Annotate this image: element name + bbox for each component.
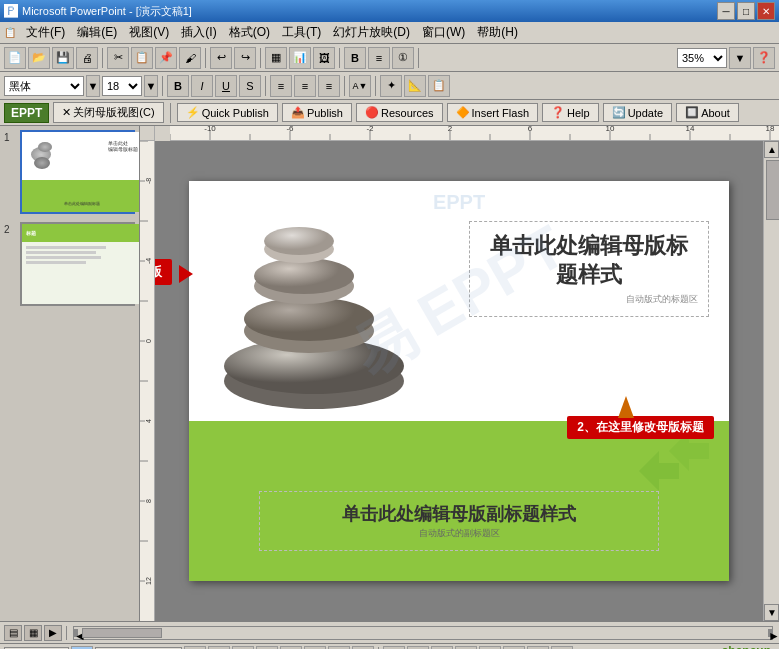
font-size-select[interactable]: 18 12 24 36: [102, 76, 142, 96]
publish-icon: 📤: [291, 106, 305, 119]
insertflash-button[interactable]: 🔶 Insert Flash: [447, 103, 538, 122]
cursor-tool[interactable]: ↖: [71, 646, 93, 650]
sep-eppt-1: [170, 103, 171, 123]
green-arrows-decoration: [639, 431, 719, 514]
slide-sorter-button[interactable]: ▦: [24, 625, 42, 641]
redo-button[interactable]: ↪: [234, 47, 256, 69]
eppt-toolbar: EPPT ✕ 关闭母版视图(C) ⚡ Quick Publish 📤 Publi…: [0, 100, 779, 126]
about-button[interactable]: 🔲 About: [676, 103, 739, 122]
menu-window[interactable]: 窗口(W): [416, 22, 471, 43]
insert-chart-button[interactable]: 📊: [289, 47, 311, 69]
line-style-button[interactable]: ≡: [455, 646, 477, 650]
title-textbox[interactable]: 单击此处编辑母版标题样式 自动版式的标题区: [469, 221, 709, 317]
hscroll-thumb[interactable]: [82, 628, 162, 638]
subtitle-textbox[interactable]: 单击此处编辑母版副标题样式 自动版式的副标题区: [259, 491, 659, 551]
open-button[interactable]: 📂: [28, 47, 50, 69]
menu-help[interactable]: 帮助(H): [471, 22, 524, 43]
title-main-text: 单击此处编辑母版标题样式: [480, 232, 698, 289]
maximize-button[interactable]: □: [737, 2, 755, 20]
minimize-button[interactable]: ─: [717, 2, 735, 20]
align-button[interactable]: ≡: [368, 47, 390, 69]
help-button[interactable]: ❓ Help: [542, 103, 599, 122]
toolbar-standard: 📄 📂 💾 🖨 ✂ 📋 📌 🖌 ↩ ↪ ▦ 📊 🖼 B ≡ ① 35% 50% …: [0, 44, 779, 72]
double-arrow-tool[interactable]: ↔: [232, 646, 254, 650]
slide-scroll-area[interactable]: 单击此处编辑母版标题样式 自动版式的标题区 EPPT 易 EPPT 单击此处: [155, 141, 763, 621]
paste-button[interactable]: 📌: [155, 47, 177, 69]
font-select[interactable]: 黑体 宋体 微软雅黑: [4, 76, 84, 96]
animation-button[interactable]: ✦: [380, 75, 402, 97]
close-button[interactable]: ✕: [757, 2, 775, 20]
fill-color-button[interactable]: 🪣▼: [383, 646, 405, 650]
slide-2-number: 2: [4, 224, 10, 235]
help-icon-btn[interactable]: ❓: [753, 47, 775, 69]
menu-tools[interactable]: 工具(T): [276, 22, 327, 43]
numbering-button[interactable]: ①: [392, 47, 414, 69]
size-dropdown-icon[interactable]: ▼: [144, 75, 158, 97]
scroll-thumb-v[interactable]: [766, 160, 779, 220]
save-button[interactable]: 💾: [52, 47, 74, 69]
menu-file[interactable]: 文件(F): [20, 22, 71, 43]
slide-thumbnail-1[interactable]: 单击此处编辑母版标题 单击此处编辑副标题: [20, 130, 135, 214]
resources-button[interactable]: 🔴 Resources: [356, 103, 443, 122]
slideshow-button[interactable]: ▶: [44, 625, 62, 641]
clipart-tool[interactable]: 🖼: [352, 646, 374, 650]
menu-view[interactable]: 视图(V): [123, 22, 175, 43]
publish-button[interactable]: 📤 Publish: [282, 103, 352, 122]
align-center-button[interactable]: ≡: [294, 75, 316, 97]
title-bar: 🅿 Microsoft PowerPoint - [演示文稿1] ─ □ ✕: [0, 0, 779, 22]
ruler-vertical: -8 -4 0 4 8 12: [140, 141, 155, 621]
slide-layout-button[interactable]: 📋: [428, 75, 450, 97]
undo-button[interactable]: ↩: [210, 47, 232, 69]
dash-style-button[interactable]: ---: [479, 646, 501, 650]
font-color-button[interactable]: A▼: [349, 75, 371, 97]
horizontal-scrollbar[interactable]: ◄ ►: [73, 626, 773, 640]
slide-canvas[interactable]: 单击此处编辑母版标题样式 自动版式的标题区 EPPT 易 EPPT 单击此处: [189, 181, 729, 581]
bold-button2[interactable]: B: [344, 47, 366, 69]
align-right-button[interactable]: ≡: [318, 75, 340, 97]
menu-insert[interactable]: 插入(I): [175, 22, 222, 43]
font-dropdown-icon[interactable]: ▼: [86, 75, 100, 97]
update-button[interactable]: 🔄 Update: [603, 103, 672, 122]
format-painter-button[interactable]: 🖌: [179, 47, 201, 69]
normal-view-button[interactable]: ▤: [4, 625, 22, 641]
vertical-scrollbar[interactable]: ▲ ▼: [763, 141, 779, 621]
slide-design-button[interactable]: 📐: [404, 75, 426, 97]
line-tool[interactable]: ╱: [184, 646, 206, 650]
3d-button[interactable]: 3D: [551, 646, 573, 650]
scroll-down-button[interactable]: ▼: [764, 604, 779, 621]
menu-slideshow[interactable]: 幻灯片放映(D): [327, 22, 416, 43]
cut-button[interactable]: ✂: [107, 47, 129, 69]
textbox-tool[interactable]: T: [304, 646, 326, 650]
view-toolbar: ▤ ▦ ▶ ◄ ►: [0, 621, 779, 643]
copy-button[interactable]: 📋: [131, 47, 153, 69]
italic-button[interactable]: I: [191, 75, 213, 97]
scroll-up-button[interactable]: ▲: [764, 141, 779, 158]
arrow-tool[interactable]: ↗: [208, 646, 230, 650]
insert-table-button[interactable]: ▦: [265, 47, 287, 69]
oval-tool[interactable]: ○: [280, 646, 302, 650]
separator-5: [418, 48, 419, 68]
underline-button[interactable]: U: [215, 75, 237, 97]
new-button[interactable]: 📄: [4, 47, 26, 69]
bold-button[interactable]: B: [167, 75, 189, 97]
separator-3: [260, 48, 261, 68]
hscroll-right-btn[interactable]: ►: [768, 629, 772, 637]
slide-thumbnail-2[interactable]: 标题: [20, 222, 135, 306]
zoom-select[interactable]: 35% 50% 75% 100%: [677, 48, 727, 68]
insert-picture-button[interactable]: 🖼: [313, 47, 335, 69]
print-button[interactable]: 🖨: [76, 47, 98, 69]
arrow-style-button[interactable]: →: [503, 646, 525, 650]
quickpublish-button[interactable]: ⚡ Quick Publish: [177, 103, 278, 122]
menu-edit[interactable]: 编辑(E): [71, 22, 123, 43]
close-master-view-button[interactable]: ✕ 关闭母版视图(C): [53, 102, 163, 123]
shadow-button[interactable]: ◧: [527, 646, 549, 650]
line-color-button[interactable]: 🖊▼: [407, 646, 429, 650]
zoom-dropdown-icon[interactable]: ▼: [729, 47, 751, 69]
strikethrough-button[interactable]: S: [239, 75, 261, 97]
menu-format[interactable]: 格式(O): [223, 22, 276, 43]
align-left-button[interactable]: ≡: [270, 75, 292, 97]
font-color-button2[interactable]: A▼: [431, 646, 453, 650]
wordart-tool[interactable]: A: [328, 646, 350, 650]
sep-fmt-1: [162, 76, 163, 96]
rect-tool[interactable]: □: [256, 646, 278, 650]
